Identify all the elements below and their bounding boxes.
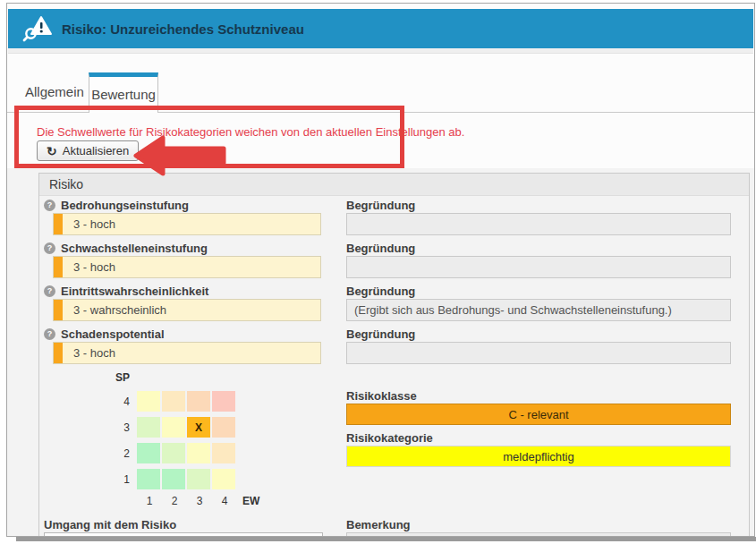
schwachstelleneinstufung-select[interactable]: 3 - hoch [53, 256, 321, 278]
bedrohungseinstufung-select[interactable]: 3 - hoch [53, 213, 321, 235]
matrix-row-sp3: 3X [115, 417, 259, 438]
window-shadow [16, 537, 756, 541]
begruendung-value: (Ergibt sich aus Bedrohungs- und Schwach… [354, 303, 672, 317]
matrix-cell-sp2-ew4 [212, 443, 235, 463]
help-icon[interactable]: ? [44, 328, 55, 340]
matrix-cell-sp2-ew1 [137, 443, 160, 463]
begruendung-label: Begründung [346, 242, 415, 255]
matrix-selected-cell: X [187, 417, 210, 438]
classification-block: Risikoklasse C - relevant Risikokategori… [346, 388, 731, 467]
field-schadenspotential: ? Schadenspotential 3 - hoch [44, 327, 323, 364]
matrix-cell-sp3-ew1 [137, 417, 160, 438]
matrix-cell-sp4-ew1 [137, 391, 160, 412]
field-label: Bedrohungseinstufung [61, 199, 189, 212]
help-icon[interactable]: ? [44, 200, 55, 211]
aktualisieren-button-label: Aktualisieren [63, 144, 129, 157]
risikoklasse-value: C - relevant [508, 408, 568, 421]
field-value: 3 - wahrscheinlich [63, 303, 166, 317]
schadenspotential-select[interactable]: 3 - hoch [53, 342, 321, 364]
risikoklasse-value-bar: C - relevant [346, 404, 731, 425]
bemerkung-label: Bemerkung [346, 518, 411, 531]
matrix-cell-sp4-ew2 [162, 391, 185, 412]
field-label: Schwachstelleneinstufung [61, 242, 208, 255]
umgang-block: Umgang mit dem Risiko [44, 517, 323, 537]
field-label: Eintrittswahrscheinlichkeit [61, 285, 208, 298]
risikokategorie-value: meldepflichtig [503, 450, 574, 463]
matrix-row-label: 4 [115, 395, 130, 408]
aktualisieren-button[interactable]: ↻ Aktualisieren [37, 140, 139, 161]
matrix-grid: 43X21 [115, 391, 259, 489]
matrix-col-label: 2 [162, 495, 187, 507]
risiko-group-title: Risiko [39, 174, 749, 196]
reason-column: Begründung Begründung Begründung [346, 198, 731, 467]
risikokategorie-value-bar: meldepflichtig [346, 446, 731, 467]
begruendung-row-2: Begründung [346, 241, 731, 278]
field-accent-bar [54, 300, 63, 320]
header-strip [8, 48, 753, 54]
matrix-cell-sp4-ew4 [212, 391, 235, 412]
umgang-label: Umgang mit dem Risiko [44, 518, 176, 531]
threshold-warning-message: Die Schwellwerte für Risikokategorien we… [37, 125, 464, 139]
matrix-cell-sp1-ew4 [212, 469, 235, 489]
matrix-cell-sp1-ew2 [162, 469, 185, 489]
matrix-col-label: 3 [187, 495, 212, 507]
risikoklasse-label: Risikoklasse [346, 389, 417, 403]
matrix-row-sp2: 2 [115, 443, 259, 463]
matrix-row-sp4: 4 [115, 391, 259, 412]
risikokategorie-label: Risikokategorie [346, 431, 433, 445]
begruendung-row-4: Begründung [346, 327, 731, 364]
risiko-group: Risiko ? Bedrohungseinstufung 3 - hoch [38, 173, 750, 537]
rating-column: ? Bedrohungseinstufung 3 - hoch ? Schwac… [44, 198, 323, 370]
begruendung-row-3: Begründung (Ergibt sich aus Bedrohungs- … [346, 284, 731, 321]
matrix-row-sp1: 1 [115, 469, 259, 489]
field-value: 3 - hoch [63, 217, 115, 231]
field-schwachstelleneinstufung: ? Schwachstelleneinstufung 3 - hoch [44, 241, 323, 278]
matrix-y-axis-label: SP [115, 371, 259, 384]
matrix-cell-sp2-ew2 [162, 443, 185, 463]
page: Risiko: Unzureichendes Schutzniveau Allg… [0, 0, 756, 544]
begruendung-label: Begründung [346, 285, 415, 298]
app-window: Risiko: Unzureichendes Schutzniveau Allg… [6, 3, 755, 537]
tab-allgemein-label: Allgemein [25, 84, 84, 99]
matrix-cell-sp4-ew3 [187, 391, 210, 412]
matrix-cell-sp1-ew1 [137, 469, 160, 489]
matrix-cell-sp3-ew4 [212, 417, 235, 438]
bemerkung-block: Bemerkung [346, 517, 731, 537]
tab-bewertung-label: Bewertung [91, 87, 156, 102]
risk-warning-icon [22, 14, 55, 43]
help-icon[interactable]: ? [44, 285, 55, 297]
begruendung-input-1[interactable] [346, 213, 731, 235]
matrix-col-label: 1 [137, 495, 162, 507]
begruendung-input-3[interactable]: (Ergibt sich aus Bedrohungs- und Schwach… [346, 299, 731, 321]
field-accent-bar [54, 343, 63, 363]
field-bedrohungseinstufung: ? Bedrohungseinstufung 3 - hoch [44, 198, 323, 235]
begruendung-input-4[interactable] [346, 342, 731, 364]
matrix-col-label: 4 [212, 495, 237, 507]
tab-bewertung[interactable]: Bewertung [89, 72, 158, 113]
field-accent-bar [54, 214, 63, 234]
eintrittswahrscheinlichkeit-select[interactable]: 3 - wahrscheinlich [53, 299, 321, 321]
matrix-row-label: 3 [115, 421, 130, 434]
matrix-col-labels: 1234 EW [137, 495, 259, 507]
titlebar: Risiko: Unzureichendes Schutzniveau [8, 9, 753, 48]
matrix-cell-sp2-ew3 [187, 443, 210, 463]
field-accent-bar [54, 257, 63, 277]
tab-allgemein[interactable]: Allgemein [25, 73, 82, 111]
field-eintrittswahrscheinlichkeit: ? Eintrittswahrscheinlichkeit 3 - wahrsc… [44, 284, 323, 321]
risk-matrix: SP 43X21 1234 EW [115, 371, 259, 507]
begruendung-label: Begründung [346, 199, 415, 212]
bewertung-panel: Risiko ? Bedrohungseinstufung 3 - hoch [7, 168, 754, 537]
field-label: Schadenspotential [61, 327, 165, 341]
field-value: 3 - hoch [63, 260, 115, 274]
matrix-x-axis-label: EW [242, 495, 259, 507]
matrix-row-label: 2 [115, 447, 130, 460]
field-value: 3 - hoch [63, 346, 115, 360]
begruendung-row-1: Begründung [346, 198, 731, 235]
window-title: Risiko: Unzureichendes Schutzniveau [62, 21, 304, 37]
begruendung-input-2[interactable] [346, 256, 731, 278]
matrix-cell-sp1-ew3 [187, 469, 210, 489]
begruendung-label: Begründung [346, 327, 415, 341]
matrix-row-label: 1 [115, 473, 130, 486]
matrix-cell-sp3-ew2 [162, 417, 185, 438]
help-icon[interactable]: ? [44, 242, 55, 254]
